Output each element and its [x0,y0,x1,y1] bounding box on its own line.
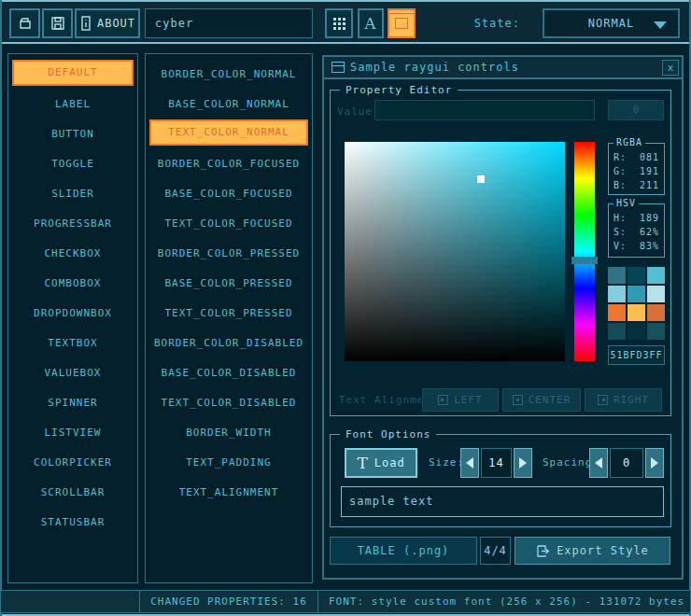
save-style-button[interactable] [42,8,73,38]
rgba-row: G: 191 [609,164,664,178]
properties-list-item[interactable]: TEXT_COLOR_NORMAL [149,119,308,146]
rgba-group-label: RGBA [613,137,645,147]
properties-list-item[interactable]: BASE_COLOR_DISABLED [149,358,308,385]
properties-list-item[interactable]: BASE_COLOR_PRESSED [149,269,308,295]
color-picker-panel[interactable] [345,142,565,361]
align-left-toggle[interactable]: LEFT [422,388,499,412]
properties-list-item[interactable]: BORDER_COLOR_NORMAL [149,60,308,86]
controls-list-item[interactable]: TOGGLE [12,149,134,175]
controls-list-item[interactable]: SLIDER [12,179,134,205]
color-swatch[interactable] [647,323,665,340]
value-apply-button[interactable]: 0 [608,100,664,120]
folder-open-icon [18,16,33,31]
properties-list-item[interactable]: TEXT_COLOR_DISABLED [149,388,308,414]
color-swatch[interactable] [628,304,645,321]
color-swatch[interactable] [608,323,626,340]
rgba-row-value: 191 [640,164,659,178]
color-swatch[interactable] [647,286,665,302]
arrow-right-icon [651,457,658,469]
info-icon [79,16,92,31]
spacing-value-box[interactable]: 0 [610,448,643,478]
controls-list-item[interactable]: VALUEBOX [12,358,134,385]
align-left-icon [438,395,448,405]
controls-view-button[interactable] [388,8,416,38]
color-swatch[interactable] [628,286,645,302]
controls-list-item[interactable]: DROPDOWNBOX [12,299,134,325]
controls-list-item[interactable]: COMBOBOX [12,269,134,295]
style-color-swatches [608,267,665,340]
controls-list-item[interactable]: LISTVIEW [12,418,134,444]
controls-list-item[interactable]: TEXTBOX [12,329,134,355]
style-name-input[interactable] [145,8,313,38]
font-t-icon: T [357,455,368,471]
align-center-toggle[interactable]: CENTER [502,388,581,412]
window-border-left [0,0,2,616]
color-swatch[interactable] [608,304,626,321]
properties-list-item[interactable]: TEXT_PADDING [149,448,308,474]
about-button[interactable]: ABOUT [75,8,140,38]
sample-text-input[interactable]: sample text [341,486,664,517]
table-export-format-label: TABLE (.png) [358,544,450,557]
font-view-button[interactable]: A [358,8,384,38]
state-dropdown[interactable]: NORMAL [543,8,680,38]
properties-list-item[interactable]: TEXT_COLOR_PRESSED [149,299,308,325]
window-icon [331,62,345,73]
hsv-group: HSV H: 189 S: 62% V: 83% [608,203,665,258]
align-right-toggle[interactable]: RIGHT [585,388,662,412]
controls-list-item[interactable]: STATUSBAR [12,508,134,534]
controls-list-item[interactable]: CHECKBOX [12,239,134,265]
spacing-increase-button[interactable] [645,448,664,478]
color-swatch[interactable] [608,286,626,302]
properties-list-item[interactable]: BORDER_COLOR_FOCUSED [149,149,308,175]
color-swatch[interactable] [647,267,665,284]
statusbar-changed-properties: CHANGED PROPERTIES: 16 [139,590,318,613]
hue-bar-handle[interactable] [571,257,598,264]
properties-list-item[interactable]: TEXT_ALIGNMENT [149,478,308,504]
rgba-row-label: G: [613,164,627,178]
sample-window-titlebar[interactable]: Sample raygui controls x [324,57,682,79]
hsv-row: V: 83% [609,239,664,253]
property-editor-group: Property Editor Value: 0 RGBA R: 081 [330,90,671,416]
window-mode-icon [395,18,408,29]
hsv-row-value: 189 [640,211,659,225]
hex-color-value[interactable]: 51BFD3FF [608,345,665,365]
grid-view-button[interactable] [325,8,353,38]
close-icon[interactable]: x [662,60,679,76]
color-swatch[interactable] [628,323,645,340]
save-icon [50,16,65,31]
controls-list-item[interactable]: SPINNER [12,388,134,414]
properties-list-item[interactable]: BORDER_COLOR_DISABLED [149,329,308,355]
controls-list-item[interactable]: COLORPICKER [12,448,134,474]
color-picker-cursor[interactable] [477,175,485,183]
controls-list-item[interactable]: LABEL [12,90,134,116]
value-label: Value: [337,105,380,118]
value-input[interactable] [374,100,595,120]
load-font-button[interactable]: T Load [345,448,417,478]
controls-list-item[interactable]: PROGRESSBAR [12,209,134,235]
chevron-down-icon [654,21,667,29]
controls-list-item[interactable]: BUTTON [12,119,134,146]
text-alignment-label: Text Alignmen [339,394,421,406]
arrow-right-icon [519,457,527,469]
hsv-row-label: V: [613,239,627,253]
hue-bar[interactable] [574,142,595,361]
export-style-button[interactable]: Export Style [515,537,670,565]
properties-list-item[interactable]: BASE_COLOR_FOCUSED [149,179,308,205]
font-a-icon: A [364,16,376,32]
color-swatch[interactable] [608,267,626,284]
open-style-button[interactable] [9,8,40,38]
table-export-format-button[interactable]: TABLE (.png) [330,537,477,565]
page-indicator[interactable]: 4/4 [480,537,511,565]
controls-list-item[interactable]: SCROLLBAR [12,478,134,504]
size-value-box[interactable]: 14 [481,448,512,478]
properties-list-item[interactable]: BORDER_WIDTH [149,418,308,444]
size-decrease-button[interactable] [460,448,479,478]
spacing-decrease-button[interactable] [589,448,608,478]
properties-list-item[interactable]: TEXT_COLOR_FOCUSED [149,209,308,235]
color-swatch[interactable] [628,267,645,284]
size-increase-button[interactable] [514,448,532,478]
color-swatch[interactable] [647,304,665,321]
properties-list-item[interactable]: BORDER_COLOR_PRESSED [149,239,308,265]
properties-list-item[interactable]: BASE_COLOR_NORMAL [149,90,308,116]
controls-list-item[interactable]: DEFAULT [12,60,134,86]
